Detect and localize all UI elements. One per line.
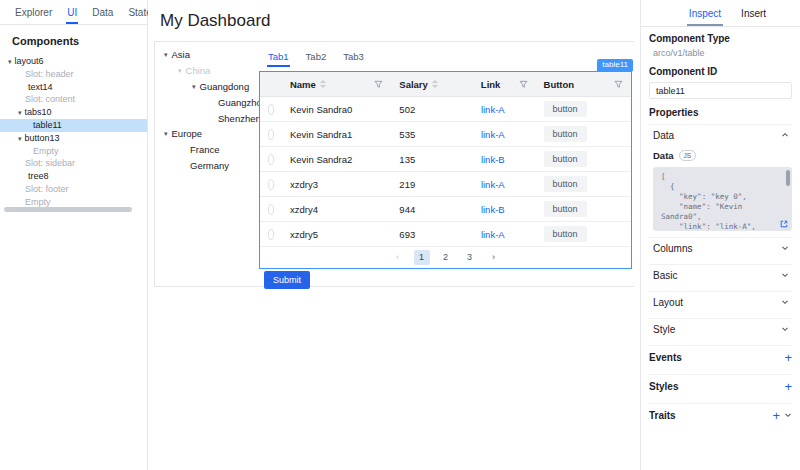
row-button[interactable]: button	[544, 176, 587, 192]
column-title: Button	[544, 79, 575, 90]
data-code-editor[interactable]: [ { "key": "key 0", "name": "Kevin Sandr…	[653, 167, 792, 231]
inspector-tab-insert[interactable]: Insert	[739, 8, 768, 26]
row-link[interactable]: link-A	[481, 179, 505, 190]
section-columns[interactable]: Columns	[649, 238, 792, 258]
row-button[interactable]: button	[544, 226, 587, 242]
sort-icon[interactable]	[432, 80, 438, 88]
data-table: NameSalaryLinkButton Kevin Sandra0502lin…	[259, 71, 632, 269]
row-button[interactable]: button	[544, 151, 587, 167]
column-header-button: Button	[536, 72, 631, 96]
page-2[interactable]: 2	[438, 250, 454, 265]
canvas-tab-tab1[interactable]: Tab1	[267, 48, 290, 65]
tree-item-button13[interactable]: ▾button13	[0, 132, 147, 145]
section-events: Events+	[649, 346, 792, 368]
tree-item-table11[interactable]: table11	[0, 119, 147, 132]
property-sections: ColumnsBasicLayoutStyle	[649, 238, 792, 346]
filter-icon[interactable]	[374, 80, 383, 89]
page-next[interactable]: ›	[486, 250, 502, 265]
left-tab-explorer[interactable]: Explorer	[14, 7, 53, 24]
tree-node-europe[interactable]: ▾Europe	[164, 126, 267, 142]
tree-item-empty[interactable]: Empty	[0, 145, 147, 158]
left-tab-data[interactable]: Data	[91, 7, 114, 24]
section-data-header[interactable]: Data	[649, 125, 792, 145]
tree-item-slot-footer[interactable]: Slot: footer	[0, 183, 147, 196]
tree-item-tabs10[interactable]: ▾tabs10	[0, 106, 147, 119]
filter-icon[interactable]	[614, 80, 623, 89]
left-tab-ui[interactable]: UI	[66, 7, 78, 24]
cell-name-text: Kevin Sandra2	[290, 154, 352, 165]
page-prev[interactable]: ‹	[390, 250, 406, 265]
row-button[interactable]: button	[544, 201, 587, 217]
tree-item-label: layout6	[15, 55, 44, 68]
app-root: ExplorerUIDataState Components ▾layout6S…	[0, 0, 800, 470]
cell-salary-text: 693	[399, 229, 415, 240]
row-link[interactable]: link-B	[481, 154, 505, 165]
section-layout[interactable]: Layout	[649, 292, 792, 312]
cell-link: link-B	[473, 147, 536, 171]
row-radio[interactable]	[268, 179, 274, 190]
tree-node-label: Guangdong	[200, 81, 250, 92]
caret-down-icon: ▾	[164, 51, 168, 58]
row-link[interactable]: link-A	[481, 129, 505, 140]
section-traits: Traits+	[649, 404, 792, 426]
chevron-down-icon[interactable]	[784, 411, 792, 419]
tree-item-slot-content[interactable]: Slot: content	[0, 93, 147, 106]
tree-item-tree8[interactable]: tree8	[0, 170, 147, 183]
tree-item-slot-header[interactable]: Slot: header	[0, 68, 147, 81]
canvas-tab-tab3[interactable]: Tab3	[342, 48, 365, 65]
row-link[interactable]: link-A	[481, 229, 505, 240]
section-title: Columns	[653, 243, 692, 254]
tree-item-slot-sidebar[interactable]: Slot: sidebar	[0, 157, 147, 170]
inspector-tab-inspect[interactable]: Inspect	[687, 8, 723, 26]
tree-node-france[interactable]: France	[164, 142, 267, 158]
left-panel-tabs: ExplorerUIDataState	[0, 0, 147, 25]
row-button[interactable]: button	[544, 101, 587, 117]
tree-node-germany[interactable]: Germany	[164, 158, 267, 174]
section-style[interactable]: Style	[649, 319, 792, 339]
chevron-down-icon[interactable]	[781, 298, 789, 306]
add-events-button[interactable]: +	[784, 351, 792, 364]
cell-select	[260, 147, 282, 171]
page-3[interactable]: 3	[462, 250, 478, 265]
expand-icon[interactable]	[780, 220, 788, 228]
tree-node-guangdong[interactable]: ▾Guangdong	[164, 79, 267, 95]
table-row: xzdry3219link-Abutton	[260, 172, 631, 197]
chevron-up-icon[interactable]	[781, 131, 789, 139]
data-field-label: Data	[653, 150, 674, 161]
component-id-input[interactable]	[649, 82, 792, 99]
tree-node-guangzhou[interactable]: Guangzhou	[164, 94, 267, 110]
tree-node-shenzhen[interactable]: Shenzhen	[164, 110, 267, 126]
js-toggle-badge[interactable]: JS	[679, 150, 697, 161]
chevron-down-icon[interactable]	[781, 271, 789, 279]
code-scrollbar[interactable]	[786, 170, 790, 186]
tree-item-text14[interactable]: text14	[0, 81, 147, 94]
cell-salary-text: 944	[399, 204, 415, 215]
chevron-down-icon[interactable]	[781, 325, 789, 333]
page-1[interactable]: 1	[414, 250, 430, 265]
row-radio[interactable]	[268, 104, 274, 115]
row-radio[interactable]	[268, 154, 274, 165]
chevron-down-icon[interactable]	[781, 244, 789, 252]
tree-item-label: text14	[28, 81, 53, 94]
tree-item-layout6[interactable]: ▾layout6	[0, 55, 147, 68]
column-header-link: Link	[473, 72, 536, 96]
tree-node-asia[interactable]: ▾Asia	[164, 47, 267, 63]
tree-node-label: Shenzhen	[218, 113, 261, 124]
submit-button[interactable]: Submit	[264, 271, 310, 289]
row-radio[interactable]	[268, 129, 274, 140]
row-link[interactable]: link-B	[481, 204, 505, 215]
horizontal-scrollbar[interactable]	[4, 207, 132, 212]
tree-node-china[interactable]: ▾China	[164, 63, 267, 79]
section-basic[interactable]: Basic	[649, 265, 792, 285]
row-radio[interactable]	[268, 204, 274, 215]
row-link[interactable]: link-A	[481, 104, 505, 115]
add-traits-button[interactable]: +	[772, 409, 780, 422]
row-button[interactable]: button	[544, 126, 587, 142]
canvas-tab-tab2[interactable]: Tab2	[305, 48, 328, 65]
sort-icon[interactable]	[320, 80, 326, 88]
row-radio[interactable]	[268, 229, 274, 240]
tree-item-label: Slot: sidebar	[25, 157, 75, 170]
add-styles-button[interactable]: +	[784, 380, 792, 393]
column-title: Salary	[399, 79, 428, 90]
filter-icon[interactable]	[519, 80, 528, 89]
